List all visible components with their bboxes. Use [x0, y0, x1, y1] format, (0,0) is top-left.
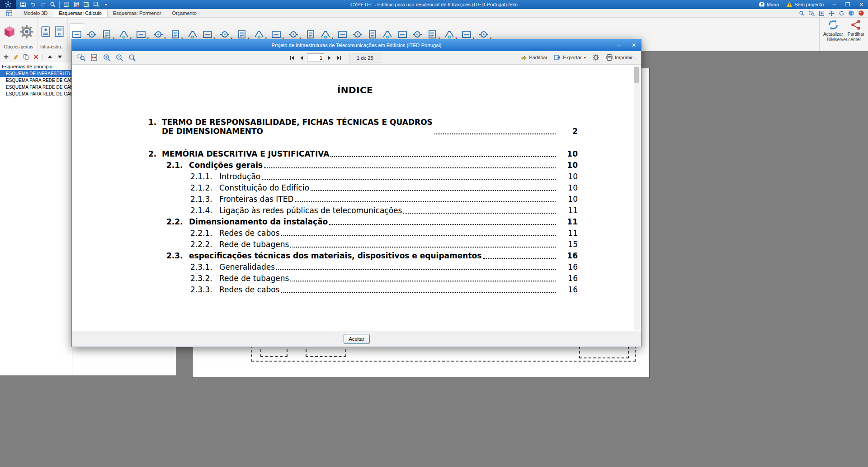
- ribbon-tab[interactable]: Modelo 3D: [18, 9, 53, 17]
- last-page-icon[interactable]: [335, 53, 343, 62]
- sidebar-item[interactable]: ESQUEMA DE INFRAESTRUTURA: [0, 70, 72, 77]
- undo-icon[interactable]: [28, 0, 38, 9]
- dialog-titlebar[interactable]: Projeto de Infraestruturas de Telecomuni…: [72, 39, 641, 51]
- document-viewport[interactable]: ÍNDICE 1. TERMO DE RESPONSABILIDADE, FIC…: [72, 64, 641, 331]
- copy-icon[interactable]: [22, 53, 30, 61]
- dot-leader: [295, 201, 556, 202]
- view-tools: [797, 9, 868, 17]
- dot-leader: [281, 292, 556, 293]
- zoom-out-icon[interactable]: [114, 52, 124, 62]
- zoom-region-icon[interactable]: [76, 52, 86, 62]
- toc-entry: 2.1.3. Fronteiras das ITED 10: [148, 195, 578, 204]
- move-down-icon[interactable]: [56, 53, 64, 61]
- sidebar-item[interactable]: ESQUEMA PARA REDE DE CABOS: [0, 91, 72, 97]
- restore-button[interactable]: ❐: [841, 0, 854, 9]
- sidebar-item[interactable]: ESQUEMA PARA REDE DE CABOS: [0, 77, 72, 84]
- share-icon: [520, 54, 527, 61]
- document-page: ÍNDICE 1. TERMO DE RESPONSABILIDADE, FIC…: [78, 65, 632, 331]
- table-of-contents: 1. TERMO DE RESPONSABILIDADE, FICHAS TÉC…: [78, 118, 632, 294]
- app-logo-icon[interactable]: [0, 0, 16, 9]
- ribbon-menu-icon[interactable]: [0, 9, 18, 17]
- dot-leader: [264, 167, 556, 168]
- find-text-icon[interactable]: [797, 10, 806, 17]
- add-icon[interactable]: [2, 53, 10, 61]
- titlebar: ▾ CYPETEL - Edifício para uso residencia…: [0, 0, 868, 9]
- avatar-icon: [759, 1, 765, 8]
- redo-icon[interactable]: [38, 0, 47, 9]
- ribbon-tab[interactable]: Esquemas: Cálculo: [53, 9, 108, 17]
- dot-leader: [290, 281, 556, 281]
- share-project-icon: [850, 19, 862, 31]
- dialog-exportar-button[interactable]: Exportar ▾: [554, 54, 586, 61]
- general-options-cube-icon[interactable]: [3, 25, 16, 38]
- vertical-scrollbar[interactable]: [634, 66, 640, 330]
- web-globe-icon[interactable]: [847, 10, 855, 17]
- config-icon[interactable]: [91, 0, 101, 9]
- dot-leader: [330, 156, 556, 157]
- dot-leader: [311, 190, 556, 191]
- sidebar-tree-root[interactable]: Esquemas de princípio: [0, 62, 72, 70]
- scrollbar-thumb[interactable]: [634, 67, 639, 83]
- zoom-in-icon[interactable]: [102, 52, 112, 62]
- group-label-infra: Infra-estru...: [40, 44, 65, 50]
- first-page-icon[interactable]: [288, 53, 296, 62]
- accept-button[interactable]: Aceitar: [344, 334, 370, 344]
- pan-icon[interactable]: [827, 10, 835, 17]
- toc-entry: 2. MEMÓRIA DESCRITIVA E JUSTIFICATIVA 10: [148, 149, 578, 158]
- titlebar-right: Maria Sem projecto – ❐ ✕: [755, 0, 868, 9]
- infra-duct-icon[interactable]: [40, 26, 51, 38]
- actualizar-button[interactable]: Actualizar: [823, 19, 843, 37]
- ribbon-tab[interactable]: Orçamento: [166, 9, 202, 17]
- search-icon[interactable]: [48, 0, 57, 9]
- page-number-input[interactable]: [307, 53, 324, 62]
- warning-icon: [786, 1, 793, 8]
- project-status-chip[interactable]: Sem projecto: [783, 0, 827, 9]
- toc-entry: 2.1.2. Constituição do Edifício 10: [148, 183, 578, 192]
- toc-entry: 2.2.1. Redes de cabos 11: [148, 229, 578, 238]
- zoom-extents-icon[interactable]: [817, 10, 826, 17]
- ribbon-tab[interactable]: Esquemas: Pormenor: [108, 9, 166, 17]
- infra-cabinet-icon[interactable]: [54, 26, 65, 38]
- previous-page-icon[interactable]: [297, 53, 306, 62]
- fit-page-icon[interactable]: [89, 52, 99, 62]
- user-chip[interactable]: Maria: [755, 0, 783, 9]
- group-label-bimserver: BIMserver.center: [827, 37, 861, 43]
- delete-icon[interactable]: [32, 53, 40, 61]
- partilhar-ribbon-button[interactable]: Partilhar: [848, 19, 864, 37]
- report-icon[interactable]: [71, 0, 81, 9]
- qat-caret-icon[interactable]: ▾: [101, 0, 111, 9]
- settings-gear-icon[interactable]: [19, 24, 34, 39]
- export-caret-icon: ▾: [584, 56, 586, 60]
- dialog-close-button[interactable]: ✕: [627, 39, 641, 51]
- next-page-icon[interactable]: [326, 53, 334, 62]
- dialog-partilhar-button[interactable]: Partilhar: [520, 54, 547, 61]
- group-infraestruturas: Infra-estru...: [38, 18, 68, 51]
- bim-sync-icon[interactable]: [857, 10, 865, 17]
- save-icon[interactable]: [18, 0, 28, 9]
- printer-icon: [606, 54, 613, 61]
- project-status: Sem projecto: [794, 2, 824, 7]
- edit-pencil-icon[interactable]: [12, 53, 20, 61]
- views-icon[interactable]: [61, 0, 71, 9]
- close-button[interactable]: ✕: [854, 0, 868, 9]
- toolbar-separator: [59, 1, 60, 8]
- dialog-maximize-button[interactable]: □: [612, 39, 627, 51]
- dot-leader: [403, 213, 556, 214]
- redraw-icon[interactable]: [837, 10, 845, 17]
- sidebar-item[interactable]: ESQUEMA PARA REDE DE CABOS: [0, 84, 72, 91]
- drawing-icon[interactable]: [81, 0, 91, 9]
- dialog-imprimir-button[interactable]: Imprimir...: [606, 54, 637, 61]
- zoom-reset-icon[interactable]: [127, 52, 137, 62]
- minimize-button[interactable]: –: [827, 0, 841, 9]
- dot-leader: [281, 235, 556, 236]
- export-icon: [554, 54, 561, 61]
- zoom-window-icon[interactable]: [807, 10, 816, 17]
- move-up-icon[interactable]: [46, 53, 54, 61]
- toc-entry: 2.3.1. Generalidades 16: [148, 262, 578, 272]
- dialog-settings-button[interactable]: [592, 54, 599, 61]
- toc-entry: 2.1.4. Ligação às redes públicas de tele…: [148, 206, 578, 215]
- page-navigation: 1 de 25: [288, 51, 381, 64]
- user-name: Maria: [767, 2, 779, 7]
- toc-entry: 2.3.3. Redes de cabos 16: [148, 285, 578, 294]
- toc-entry: 2.1.1. Introdução 10: [148, 172, 578, 181]
